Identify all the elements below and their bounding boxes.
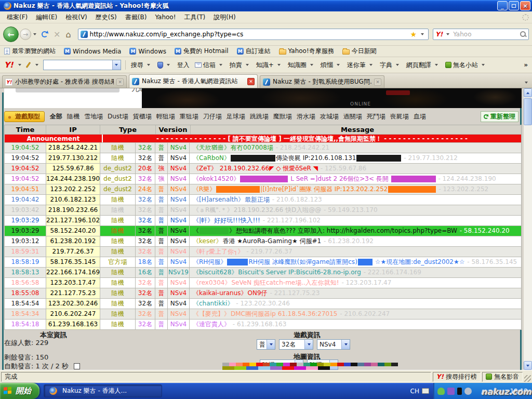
search-input[interactable] bbox=[453, 31, 518, 38]
color-swatch[interactable] bbox=[243, 363, 249, 366]
yahoo-toolbar-item[interactable]: 字典 bbox=[379, 61, 402, 70]
category-link[interactable]: 攻城場 bbox=[320, 112, 339, 121]
yahoo-toolbar-item[interactable]: 拍賣 bbox=[229, 61, 252, 70]
color-swatch[interactable] bbox=[236, 363, 243, 366]
color-swatch[interactable] bbox=[290, 363, 297, 366]
network-tray-icon[interactable] bbox=[464, 388, 472, 395]
color-swatch[interactable] bbox=[344, 363, 351, 366]
yahoo-toolbar-item[interactable]: 迷你筆 bbox=[346, 61, 376, 70]
color-swatch[interactable] bbox=[317, 363, 324, 366]
category-link[interactable]: 隨機 bbox=[67, 112, 79, 121]
color-swatch[interactable] bbox=[310, 363, 317, 366]
color-swatch[interactable] bbox=[282, 366, 294, 370]
menu-item[interactable]: Yahoo! bbox=[151, 12, 179, 22]
yahoo-toolbar-item[interactable]: 登入 bbox=[176, 61, 191, 70]
color-swatch[interactable] bbox=[222, 366, 234, 370]
game-tray-icon[interactable] bbox=[457, 388, 462, 395]
language-indicator[interactable]: CH bbox=[406, 388, 433, 395]
tab[interactable]: Y!小班教學的好處 - 雅虎香港 搜尋結果✕ bbox=[2, 75, 127, 88]
scrollbar-thumb[interactable] bbox=[524, 98, 532, 125]
refresh-button[interactable] bbox=[42, 31, 48, 37]
yahoo-toolbar-item[interactable]: 搜尋 bbox=[130, 61, 153, 70]
auto-say-checkbox[interactable] bbox=[74, 363, 80, 369]
color-swatch[interactable] bbox=[306, 366, 318, 370]
dropdown-arrow-icon[interactable] bbox=[267, 340, 275, 349]
yahoo-toolbar-item[interactable]: 知識圈 bbox=[287, 61, 316, 70]
stop-button[interactable]: ✕ bbox=[54, 30, 60, 39]
color-swatch[interactable] bbox=[294, 366, 306, 370]
start-button[interactable]: 開始 bbox=[0, 383, 39, 399]
pencil-dropdown-icon[interactable] bbox=[35, 64, 38, 66]
color-swatch[interactable] bbox=[222, 363, 229, 366]
color-swatch[interactable] bbox=[318, 366, 330, 370]
color-swatch[interactable] bbox=[249, 363, 256, 366]
yahoo-toolbar-item[interactable]: 信箱 bbox=[194, 61, 225, 70]
tab-close-icon[interactable]: ✕ bbox=[247, 78, 255, 85]
tab-list-dropdown-icon[interactable] bbox=[525, 82, 528, 84]
category-link[interactable]: 死鬥場 bbox=[367, 112, 385, 121]
color-swatch[interactable] bbox=[364, 363, 371, 366]
tab-close-icon[interactable]: ✕ bbox=[374, 78, 381, 86]
bookmark-item[interactable]: Yahoo!奇摩服務 bbox=[279, 47, 334, 56]
color-swatch[interactable] bbox=[229, 363, 236, 366]
pencil-icon[interactable] bbox=[26, 62, 31, 68]
yahoo-toolbar-item[interactable]: 煩惱 bbox=[320, 61, 343, 70]
color-swatch[interactable] bbox=[330, 363, 337, 366]
color-swatch[interactable] bbox=[371, 363, 378, 366]
menu-item[interactable]: 工具(T) bbox=[181, 12, 209, 23]
bookmark-item[interactable]: M自訂連結 bbox=[237, 47, 271, 56]
category-link[interactable]: 血場 bbox=[414, 112, 426, 121]
bookmark-item[interactable]: 最常瀏覽的網站 bbox=[4, 47, 56, 56]
vertical-scrollbar[interactable] bbox=[523, 88, 532, 370]
category-link[interactable]: Dust場 bbox=[108, 112, 128, 121]
dropdown-caret-icon[interactable] bbox=[482, 64, 485, 66]
dropdown-arrow-icon[interactable] bbox=[304, 340, 313, 349]
category-link[interactable]: 魔獸場 bbox=[273, 112, 292, 121]
nav-history-dropdown-icon[interactable] bbox=[33, 33, 36, 35]
bookmark-item[interactable]: 今日新聞 bbox=[342, 47, 377, 56]
category-link[interactable]: 貨櫃場 bbox=[133, 112, 152, 121]
category-link[interactable]: 跳跳場 bbox=[250, 112, 269, 121]
color-swatch[interactable] bbox=[270, 363, 276, 366]
url-dropdown-icon[interactable] bbox=[421, 33, 424, 35]
color-swatch[interactable] bbox=[378, 363, 384, 366]
dropdown-caret-icon[interactable] bbox=[396, 64, 399, 66]
dropdown-caret-icon[interactable] bbox=[246, 64, 249, 66]
color-swatch[interactable] bbox=[283, 363, 290, 366]
color-swatch[interactable] bbox=[324, 363, 330, 366]
scroll-down-button[interactable] bbox=[524, 361, 532, 370]
url-bar[interactable]: ★ bbox=[78, 29, 429, 40]
messenger-tray-icon[interactable] bbox=[437, 388, 445, 395]
browser-search-box[interactable]: Y! bbox=[433, 29, 529, 40]
game-select-2[interactable]: NSv4 bbox=[317, 339, 350, 350]
color-swatch[interactable] bbox=[357, 363, 364, 366]
color-swatch[interactable] bbox=[303, 363, 310, 366]
yahoo-rank-button[interactable]: Y! 搜尋排行榜 bbox=[433, 372, 481, 382]
game-select-1[interactable]: 32名 bbox=[279, 339, 313, 350]
yahoo-toolbar-item[interactable] bbox=[156, 62, 173, 69]
tab[interactable]: Nakuz 樂古 - 香港人氣網遊資訊站✕ bbox=[129, 74, 258, 88]
color-swatch[interactable] bbox=[234, 366, 246, 370]
color-swatch[interactable] bbox=[270, 366, 282, 370]
tab-close-icon[interactable]: ✕ bbox=[116, 78, 124, 86]
dropdown-caret-icon[interactable] bbox=[147, 64, 150, 66]
restore-button[interactable] bbox=[509, 1, 519, 10]
yahoo-search-dropdown-button[interactable] bbox=[112, 60, 121, 70]
color-swatch[interactable] bbox=[337, 363, 344, 366]
category-link[interactable]: 足球場 bbox=[227, 112, 245, 121]
color-swatch[interactable] bbox=[246, 366, 258, 370]
category-link[interactable]: 滑水場 bbox=[297, 112, 315, 121]
url-input[interactable] bbox=[90, 31, 408, 38]
dropdown-caret-icon[interactable] bbox=[310, 64, 313, 66]
search-icon[interactable] bbox=[520, 31, 526, 37]
category-link[interactable]: 輕狙場 bbox=[156, 112, 175, 121]
color-swatch[interactable] bbox=[258, 366, 270, 370]
category-link[interactable]: 過關場 bbox=[343, 112, 362, 121]
dropdown-arrow-icon[interactable] bbox=[341, 340, 350, 349]
search-engine-dropdown-icon[interactable] bbox=[446, 33, 449, 35]
resize-grip[interactable] bbox=[524, 375, 531, 382]
color-swatch[interactable] bbox=[384, 363, 391, 366]
dropdown-caret-icon[interactable] bbox=[167, 64, 170, 66]
yahoo-toolbar-logo[interactable]: Y! bbox=[4, 60, 14, 70]
color-swatch[interactable] bbox=[351, 363, 357, 366]
